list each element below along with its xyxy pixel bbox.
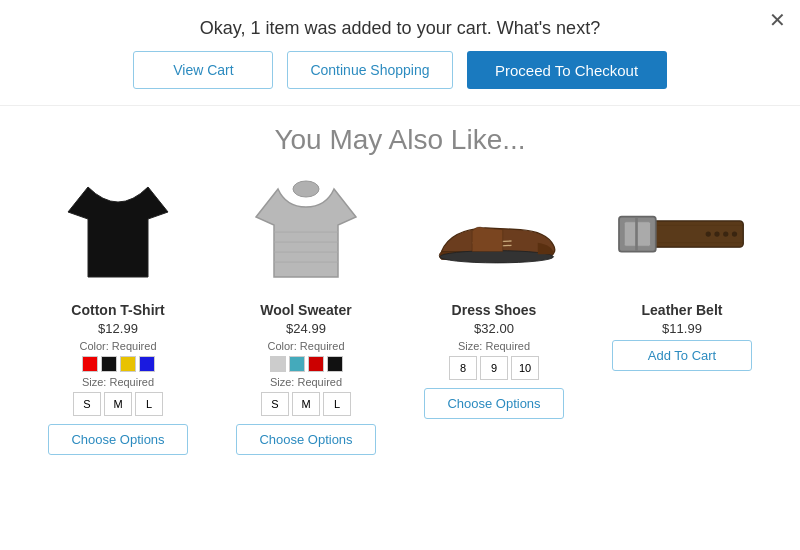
color-swatch[interactable] <box>120 356 136 372</box>
size-option-button[interactable]: 10 <box>511 356 539 380</box>
size-option-button[interactable]: L <box>135 392 163 416</box>
product-name: Cotton T-Shirt <box>71 302 164 318</box>
svg-point-11 <box>714 231 719 236</box>
product-price: $32.00 <box>474 321 514 336</box>
svg-point-0 <box>293 181 319 197</box>
product-card: Cotton T-Shirt$12.99Color: RequiredSize:… <box>29 174 207 455</box>
product-image-belt <box>607 174 757 294</box>
action-buttons: View Cart Continue Shopping Proceed To C… <box>0 51 800 105</box>
proceed-checkout-button[interactable]: Proceed To Checkout <box>467 51 667 89</box>
close-button[interactable]: ✕ <box>769 10 786 30</box>
size-options: 8910 <box>449 356 539 380</box>
size-option-button[interactable]: S <box>73 392 101 416</box>
product-card: Dress Shoes$32.00Size: Required8910Choos… <box>405 174 583 455</box>
products-grid: Cotton T-Shirt$12.99Color: RequiredSize:… <box>0 174 800 455</box>
product-image-shoe <box>419 174 569 294</box>
view-cart-button[interactable]: View Cart <box>133 51 273 89</box>
color-required-label: Color: Required <box>267 340 344 352</box>
product-image-tshirt <box>43 174 193 294</box>
svg-point-10 <box>706 231 711 236</box>
product-image-sweater <box>231 174 381 294</box>
product-card: Leather Belt$11.99Add To Cart <box>593 174 771 455</box>
color-swatches <box>82 356 155 372</box>
color-swatch[interactable] <box>101 356 117 372</box>
color-swatch[interactable] <box>308 356 324 372</box>
choose-options-button[interactable]: Choose Options <box>424 388 564 419</box>
size-options: SML <box>73 392 163 416</box>
color-swatch[interactable] <box>139 356 155 372</box>
size-option-button[interactable]: M <box>292 392 320 416</box>
product-name: Leather Belt <box>642 302 723 318</box>
add-to-cart-button[interactable]: Add To Cart <box>612 340 752 371</box>
size-option-button[interactable]: M <box>104 392 132 416</box>
product-name: Dress Shoes <box>452 302 537 318</box>
svg-point-13 <box>732 231 737 236</box>
divider <box>0 105 800 106</box>
color-swatch[interactable] <box>270 356 286 372</box>
product-price: $24.99 <box>286 321 326 336</box>
svg-point-12 <box>723 231 728 236</box>
color-swatches <box>270 356 343 372</box>
header-message: Okay, 1 item was added to your cart. Wha… <box>0 0 800 51</box>
color-swatch[interactable] <box>289 356 305 372</box>
color-required-label: Color: Required <box>79 340 156 352</box>
continue-shopping-button[interactable]: Continue Shopping <box>287 51 452 89</box>
size-required-label: Size: Required <box>82 376 154 388</box>
size-option-button[interactable]: 9 <box>480 356 508 380</box>
product-price: $12.99 <box>98 321 138 336</box>
section-title: You May Also Like... <box>0 116 800 174</box>
size-required-label: Size: Required <box>458 340 530 352</box>
color-swatch[interactable] <box>82 356 98 372</box>
choose-options-button[interactable]: Choose Options <box>48 424 188 455</box>
product-card: Wool Sweater$24.99Color: RequiredSize: R… <box>217 174 395 455</box>
size-option-button[interactable]: L <box>323 392 351 416</box>
size-options: SML <box>261 392 351 416</box>
choose-options-button[interactable]: Choose Options <box>236 424 376 455</box>
size-required-label: Size: Required <box>270 376 342 388</box>
color-swatch[interactable] <box>327 356 343 372</box>
size-option-button[interactable]: S <box>261 392 289 416</box>
svg-point-5 <box>440 251 554 263</box>
size-option-button[interactable]: 8 <box>449 356 477 380</box>
product-price: $11.99 <box>662 321 702 336</box>
product-name: Wool Sweater <box>260 302 352 318</box>
